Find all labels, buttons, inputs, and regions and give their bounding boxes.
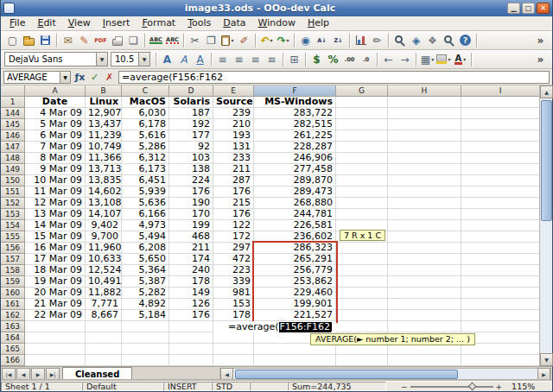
cell[interactable]: [461, 130, 539, 142]
cell[interactable]: 174: [169, 254, 213, 265]
decrease-indent-icon[interactable]: ←: [380, 52, 397, 67]
cell[interactable]: 215: [213, 198, 254, 209]
cell[interactable]: 297: [213, 243, 254, 254]
cell[interactable]: [461, 198, 539, 209]
cell[interactable]: [336, 265, 388, 276]
cell[interactable]: 9,700: [86, 231, 122, 243]
cell[interactable]: [388, 130, 461, 142]
cell[interactable]: [388, 187, 461, 198]
scroll-up-icon[interactable]: ▲: [540, 85, 553, 98]
cell[interactable]: 190: [169, 198, 213, 209]
cell[interactable]: [336, 198, 388, 209]
cell[interactable]: 228,287: [254, 142, 336, 153]
percent-icon[interactable]: %: [325, 52, 341, 67]
copy-icon[interactable]: ❐: [203, 33, 219, 48]
cell[interactable]: 7,771: [86, 299, 122, 310]
title-bar[interactable]: image33.ods - OOo-dev Calc ▁ □ ✕: [1, 0, 552, 16]
cancel-button[interactable]: ✗: [102, 70, 117, 84]
cell[interactable]: 20 Mar 09: [25, 288, 86, 299]
maximize-button[interactable]: □: [522, 3, 535, 14]
close-button[interactable]: ✕: [537, 3, 550, 14]
cell[interactable]: [213, 332, 254, 344]
cell[interactable]: 122: [213, 220, 254, 231]
align-justify-icon[interactable]: ≡: [264, 52, 280, 67]
cell[interactable]: [388, 175, 461, 187]
cell[interactable]: 244,781: [254, 209, 336, 220]
cell[interactable]: 223: [213, 265, 254, 276]
cell[interactable]: 468: [169, 231, 213, 243]
cell[interactable]: 11 Mar 09: [25, 187, 86, 198]
status-page-style[interactable]: Default: [82, 382, 163, 391]
cell[interactable]: [461, 187, 539, 198]
cell[interactable]: 226,581: [254, 220, 336, 231]
hyperlink-icon[interactable]: ◉: [297, 33, 314, 48]
cell[interactable]: [388, 321, 461, 332]
cell[interactable]: [461, 209, 539, 220]
cell[interactable]: 15 Mar 09: [25, 231, 86, 243]
zoom-out-icon[interactable]: −: [398, 383, 410, 391]
cell[interactable]: [461, 321, 539, 332]
paste-dropdown-icon[interactable]: ▾: [231, 37, 233, 43]
cell[interactable]: 6,178: [122, 119, 169, 130]
cell[interactable]: [213, 355, 254, 366]
borders-dropdown-icon[interactable]: ▾: [431, 56, 434, 62]
format-paintbrush-icon[interactable]: ✐: [236, 33, 252, 48]
cell[interactable]: [461, 231, 539, 243]
cell[interactable]: 12,907: [86, 108, 122, 119]
zoom-slider-handle[interactable]: [467, 382, 476, 390]
menu-file[interactable]: File: [3, 16, 31, 30]
select-all-corner[interactable]: [1, 85, 25, 97]
align-center-icon[interactable]: ≡: [231, 52, 247, 67]
zoom-in-icon[interactable]: +: [493, 383, 505, 391]
cell[interactable]: 5,939: [122, 187, 169, 198]
background-color-icon[interactable]: ▾: [435, 52, 452, 67]
menu-insert[interactable]: Insert: [97, 16, 137, 30]
cell[interactable]: [388, 310, 461, 321]
row-header-155[interactable]: 155: [1, 231, 25, 243]
cell[interactable]: [86, 321, 122, 332]
cell[interactable]: 176: [169, 310, 213, 321]
cell[interactable]: 289,870: [254, 175, 336, 187]
scroll-left-icon[interactable]: ◀: [220, 368, 233, 381]
cell[interactable]: 6,166: [122, 209, 169, 220]
cell[interactable]: 221,527: [254, 310, 336, 321]
chevron-down-icon[interactable]: ▼: [138, 53, 149, 66]
column-header-H[interactable]: H: [388, 85, 461, 97]
cell[interactable]: [169, 321, 213, 332]
navigator-icon[interactable]: ◈: [408, 33, 424, 48]
cell[interactable]: 18 Mar 09: [25, 265, 86, 276]
cell[interactable]: [336, 187, 388, 198]
cell[interactable]: 21 Mar 09: [25, 299, 86, 310]
cell[interactable]: [25, 344, 86, 355]
cell[interactable]: [336, 153, 388, 164]
cell[interactable]: [336, 321, 388, 332]
cell[interactable]: 170: [169, 209, 213, 220]
cell[interactable]: 14,602: [86, 187, 122, 198]
cell[interactable]: [461, 119, 539, 130]
row-header-159[interactable]: 159: [1, 276, 25, 288]
zoom-percent[interactable]: 115%: [512, 382, 540, 391]
cell[interactable]: 178: [169, 276, 213, 288]
cell[interactable]: [388, 108, 461, 119]
add-decimal-icon[interactable]: .00: [341, 52, 358, 67]
row-header-145[interactable]: 145: [1, 119, 25, 130]
menu-tools[interactable]: Tools: [181, 16, 217, 30]
cell[interactable]: [86, 355, 122, 366]
cell[interactable]: [461, 299, 539, 310]
cell[interactable]: 6 Mar 09: [25, 130, 86, 142]
cell[interactable]: MacOS: [122, 97, 169, 108]
cell[interactable]: [336, 299, 388, 310]
chevron-down-icon[interactable]: ▼: [96, 53, 107, 66]
last-sheet-button[interactable]: ▶|: [46, 368, 60, 381]
cell[interactable]: [213, 344, 254, 355]
cell[interactable]: 19 Mar 09: [25, 276, 86, 288]
undo-icon[interactable]: ↶▾: [258, 33, 275, 48]
prev-sheet-button[interactable]: ◀: [16, 368, 30, 381]
insert-chart-icon[interactable]: [353, 33, 369, 48]
cell[interactable]: [388, 198, 461, 209]
cell[interactable]: 13 Mar 09: [25, 209, 86, 220]
cell[interactable]: 176: [169, 187, 213, 198]
draw-functions-icon[interactable]: ✏: [369, 33, 385, 48]
cell[interactable]: [388, 276, 461, 288]
cell[interactable]: [336, 119, 388, 130]
